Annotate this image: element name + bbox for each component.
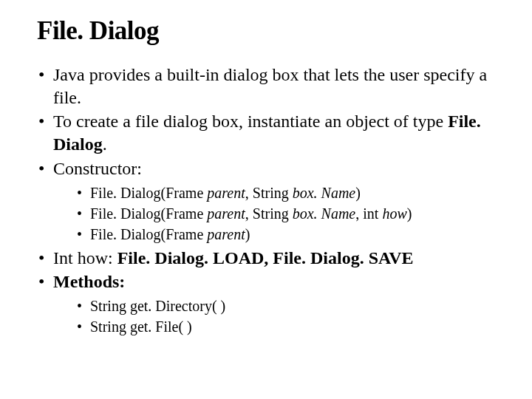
text-italic: box. Name [293,185,356,201]
slide-title: File. Dialog [37,16,495,46]
text-bold: Methods: [53,272,125,291]
text: , String [245,185,293,201]
list-item: String get. File( ) [75,317,495,336]
text: ) [245,226,250,242]
list-item: Constructor: File. Dialog(Frame parent, … [37,157,495,244]
text: , int [355,205,382,222]
list-item: File. Dialog(Frame parent) [75,225,495,244]
slide: File. Dialog Java provides a built-in di… [0,0,532,399]
list-item: File. Dialog(Frame parent, String box. N… [75,183,495,202]
sub-list: File. Dialog(Frame parent, String box. N… [75,183,495,244]
text: To create a file dialog box, instantiate… [53,112,448,131]
text: Constructor: [53,159,142,178]
text-bold: File. Dialog. LOAD, File. Dialog. SAVE [117,248,414,267]
list-item: To create a file dialog box, instantiate… [37,110,495,155]
text-italic: how [382,205,406,222]
text: , String [245,205,293,222]
text: ) [407,205,412,222]
list-item: Methods: String get. Directory( ) String… [37,270,495,336]
text: Int how: [53,248,117,267]
text: File. Dialog(Frame [90,226,207,242]
text-italic: parent [207,185,245,201]
text-italic: parent [207,226,245,242]
list-item: Java provides a built-in dialog box that… [37,64,495,109]
text: File. Dialog(Frame [90,185,207,201]
list-item: String get. Directory( ) [75,296,495,316]
sub-list: String get. Directory( ) String get. Fil… [75,296,495,336]
bullet-list: Java provides a built-in dialog box that… [37,64,495,336]
list-item: Int how: File. Dialog. LOAD, File. Dialo… [37,247,495,270]
text-italic: parent [207,205,245,222]
text-italic: box. Name [293,205,356,222]
text: File. Dialog(Frame [90,205,207,222]
text: ) [355,185,361,201]
text: . [103,134,107,154]
list-item: File. Dialog(Frame parent, String box. N… [75,204,495,223]
